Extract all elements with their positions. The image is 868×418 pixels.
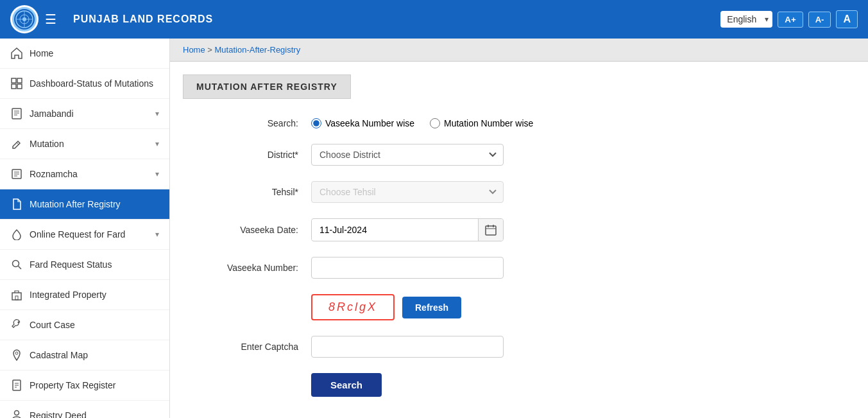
vaseeka-number-row: Vaseeka Number:: [196, 257, 842, 279]
sidebar-item-fard-request-status[interactable]: Fard Request Status: [0, 250, 169, 280]
sidebar-item-integrated-property[interactable]: Integrated Property: [0, 280, 169, 310]
svg-point-18: [13, 261, 19, 267]
svg-line-19: [19, 266, 22, 270]
breadcrumb-home-link[interactable]: Home: [183, 45, 205, 55]
district-control: Choose District: [311, 144, 842, 166]
edit-icon: [10, 137, 23, 150]
hamburger-menu[interactable]: ☰: [45, 12, 56, 27]
vaseeka-number-control: [311, 257, 842, 279]
svg-rect-21: [15, 296, 18, 300]
vaseeka-date-row: Vaseeka Date: 11-Jul-2024: [196, 218, 842, 241]
enter-captcha-label: Enter Captcha: [196, 342, 298, 352]
tehsil-select[interactable]: Choose Tehsil: [311, 181, 504, 203]
svg-rect-8: [17, 84, 22, 89]
breadcrumb-current: Mutation-After-Registry: [215, 45, 301, 55]
breadcrumb-separator: >: [207, 45, 214, 55]
tehsil-control: Choose Tehsil: [311, 181, 842, 203]
chevron-down-icon: ▾: [155, 170, 159, 179]
svg-rect-7: [12, 84, 16, 89]
sidebar-item-online-request-fard[interactable]: Online Request for Fard ▾: [0, 220, 169, 250]
sidebar-label-mutation-after-registry: Mutation After Registry: [30, 199, 121, 209]
sidebar-label-dashboard: Dashboard-Status of Mutations: [30, 78, 153, 89]
enter-captcha-row: Enter Captcha: [196, 336, 842, 358]
sidebar-label-jamabandi: Jamabandi: [30, 109, 74, 119]
home-icon: [10, 47, 23, 60]
pin-icon: [10, 349, 23, 361]
language-selector-wrapper: English Punjabi Hindi: [720, 11, 772, 28]
font-increase-button[interactable]: A+: [778, 12, 803, 28]
content-area: Home > Mutation-After-Registry MUTATION …: [170, 39, 868, 418]
district-row: District* Choose District: [196, 144, 842, 166]
logo: [10, 5, 38, 33]
captcha-image-row: 8RclgX Refresh: [196, 294, 842, 320]
wrench-icon: [10, 318, 23, 331]
sidebar-label-cadastral-map: Cadastral Map: [30, 350, 88, 360]
sidebar-label-court-case: Court Case: [30, 320, 75, 330]
date-input-wrapper: 11-Jul-2024: [311, 218, 504, 241]
sidebar-item-roznamcha[interactable]: Roznamcha ▾: [0, 159, 169, 189]
radio-vaseeka-number-wise[interactable]: Vaseeka Number wise: [311, 118, 414, 128]
calendar-button[interactable]: [478, 219, 503, 241]
sidebar-label-mutation: Mutation: [30, 139, 64, 149]
header: ☰ PUNJAB LAND RECORDS English Punjabi Hi…: [0, 0, 868, 39]
sidebar-item-home[interactable]: Home: [0, 39, 169, 69]
sidebar-item-cadastral-map[interactable]: Cadastral Map: [0, 340, 169, 370]
chevron-down-icon: ▾: [155, 139, 159, 148]
district-select[interactable]: Choose District: [311, 144, 504, 166]
vaseeka-date-input[interactable]: 11-Jul-2024: [312, 220, 478, 240]
vaseeka-date-label: Vaseeka Date:: [196, 225, 298, 235]
dashboard-icon: [10, 77, 23, 90]
font-reset-button[interactable]: A: [836, 10, 858, 28]
app-title: PUNJAB LAND RECORDS: [73, 13, 213, 25]
radio-vaseeka-input[interactable]: [311, 118, 321, 128]
main-layout: Home Dashboard-Status of Mutations Jamab…: [0, 39, 868, 418]
font-decrease-button[interactable]: A-: [808, 12, 831, 28]
search-button[interactable]: Search: [311, 373, 382, 397]
sidebar-label-home: Home: [30, 48, 53, 58]
search-type-row: Search: Vaseeka Number wise Mutation Num…: [196, 118, 842, 128]
captcha-image: 8RclgX: [311, 294, 395, 320]
book-icon: [10, 107, 23, 120]
vaseeka-date-control: 11-Jul-2024: [311, 218, 842, 241]
sidebar-item-mutation[interactable]: Mutation ▾: [0, 129, 169, 159]
sidebar-item-jamabandi[interactable]: Jamabandi ▾: [0, 99, 169, 129]
radio-mutation-label: Mutation Number wise: [444, 118, 533, 128]
doc-icon: [10, 379, 23, 392]
sidebar-label-integrated-property: Integrated Property: [30, 290, 106, 300]
tehsil-row: Tehsil* Choose Tehsil: [196, 181, 842, 203]
file-icon: [10, 198, 23, 211]
svg-rect-28: [486, 226, 496, 235]
language-dropdown[interactable]: English Punjabi Hindi: [720, 11, 772, 28]
sidebar-label-roznamcha: Roznamcha: [30, 169, 78, 179]
logo-inner: [12, 7, 37, 31]
sidebar-label-registry-deed: Registry Deed: [30, 410, 87, 418]
chevron-down-icon: ▾: [155, 109, 159, 118]
sidebar-item-registry-deed[interactable]: Registry Deed: [0, 401, 169, 418]
header-left: ☰ PUNJAB LAND RECORDS: [10, 5, 213, 33]
building-icon: [10, 288, 23, 301]
search-icon: [10, 258, 23, 271]
vaseeka-number-input[interactable]: [311, 257, 504, 279]
tehsil-label: Tehsil*: [196, 187, 298, 197]
captcha-input[interactable]: [311, 336, 504, 358]
chevron-down-icon: ▾: [155, 230, 159, 239]
vaseeka-number-label: Vaseeka Number:: [196, 263, 298, 273]
svg-line-13: [17, 143, 19, 144]
form-area: MUTATION AFTER REGISTRY Search: Vaseeka …: [170, 62, 868, 418]
radio-mutation-number-wise[interactable]: Mutation Number wise: [430, 118, 533, 128]
refresh-button[interactable]: Refresh: [402, 297, 461, 318]
sidebar-label-online-request-fard: Online Request for Fard: [30, 229, 125, 239]
search-button-control: Search: [311, 373, 842, 397]
header-right: English Punjabi Hindi A+ A- A: [720, 10, 858, 28]
search-label: Search:: [196, 118, 298, 128]
sidebar-item-property-tax[interactable]: Property Tax Register: [0, 370, 169, 401]
page-title: MUTATION AFTER REGISTRY: [183, 74, 351, 99]
sidebar: Home Dashboard-Status of Mutations Jamab…: [0, 39, 170, 418]
sidebar-item-court-case[interactable]: Court Case: [0, 310, 169, 340]
search-radio-group: Vaseeka Number wise Mutation Number wise: [311, 118, 842, 128]
radio-mutation-input[interactable]: [430, 118, 440, 128]
sidebar-item-mutation-after-registry[interactable]: Mutation After Registry: [0, 189, 169, 220]
svg-rect-6: [17, 78, 22, 83]
svg-rect-9: [12, 109, 21, 119]
sidebar-item-dashboard[interactable]: Dashboard-Status of Mutations: [0, 69, 169, 99]
